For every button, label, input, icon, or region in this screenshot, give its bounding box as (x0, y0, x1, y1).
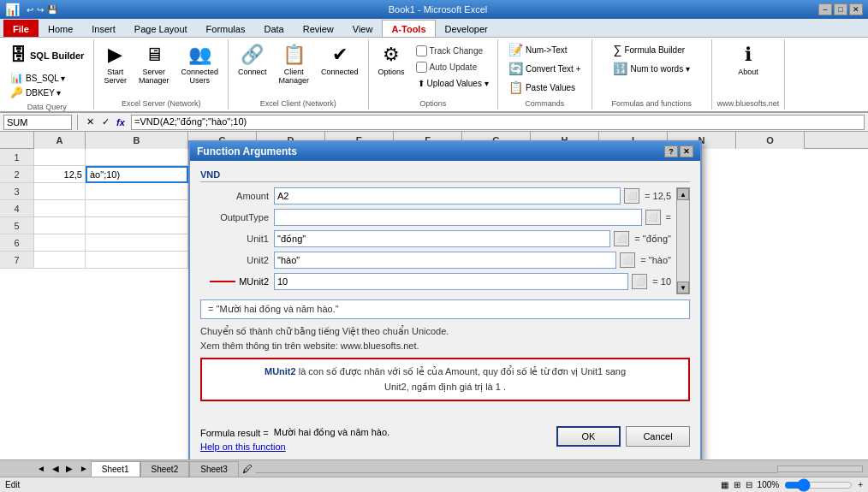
quick-access-undo[interactable]: ↩ (27, 5, 33, 15)
num-to-words-label: Num to words ▾ (630, 64, 689, 74)
close-button[interactable]: ✕ (849, 3, 863, 15)
ribbon-group-about: ℹ About www.bluesofts.net (712, 39, 786, 110)
track-change-input[interactable] (416, 45, 427, 56)
tab-insert[interactable]: Insert (82, 20, 125, 37)
num-to-words-button[interactable]: 🔢 Num to words ▾ (609, 60, 693, 77)
maximize-button[interactable]: □ (834, 3, 847, 15)
sheet-tab-next[interactable]: ► (77, 464, 91, 473)
connected-accounts-icon: ✔ (332, 44, 348, 66)
unit2-result: = "hào" (640, 255, 671, 265)
server-manager-button[interactable]: 🖥 ServerManager (134, 41, 174, 87)
fields-area: Amount ⬜ = 12,5 OutputType (200, 187, 690, 294)
scroll-controls (777, 465, 868, 472)
formula-confirm-button[interactable]: ✓ (98, 116, 112, 129)
highlight-strong: MUnit2 (265, 366, 296, 376)
sheet-tab-spacer (256, 472, 777, 473)
ok-button[interactable]: OK (556, 426, 621, 447)
connected-accounts-button[interactable]: ✔ Connected (317, 41, 363, 79)
tab-data[interactable]: Data (254, 20, 293, 37)
minimize-button[interactable]: – (818, 3, 832, 15)
sheet-tab-sheet2[interactable]: Sheet2 (140, 461, 190, 477)
name-box[interactable] (3, 115, 72, 130)
cancel-button[interactable]: Cancel (626, 426, 690, 447)
munit2-input-wrap: ⬜ (274, 273, 647, 290)
convert-text-button[interactable]: 🔄 Convert Text + (505, 60, 585, 77)
quick-access-redo[interactable]: ↪ (37, 5, 44, 15)
formula-input[interactable] (131, 115, 865, 130)
auto-update-checkbox[interactable]: Auto Update (414, 61, 492, 74)
auto-update-input[interactable] (416, 62, 427, 73)
computed-result-box: = "Mười hai đồng và năm hào." (200, 299, 690, 319)
tab-a-tools[interactable]: A-Tools (382, 20, 435, 37)
num-to-text-label: Num->Text (526, 45, 568, 55)
unit1-input[interactable] (274, 230, 610, 247)
munit2-ref-button[interactable]: ⬜ (632, 274, 647, 289)
connect-label: Connect (238, 68, 267, 76)
formulas-functions-content: ∑ Formula Builder 🔢 Num to words ▾ (609, 41, 693, 98)
sheet-tab-sheet3[interactable]: Sheet3 (189, 461, 239, 477)
dialog-help-button[interactable]: ? (664, 145, 678, 157)
help-link[interactable]: Help on this function (200, 442, 389, 452)
munit2-input[interactable] (274, 273, 628, 290)
sql-area: 📊 BS_SQL ▾ 🔑 DBKEY ▾ (5, 69, 70, 101)
zoom-slider[interactable] (784, 480, 853, 490)
tab-developer[interactable]: Developer (436, 20, 497, 37)
amount-input[interactable] (274, 187, 621, 205)
highlight-text: là con số được nhân với số lẻ của Amount… (299, 366, 626, 376)
amount-ref-button[interactable]: ⬜ (624, 188, 639, 204)
quick-access-save[interactable]: 💾 (47, 5, 57, 15)
sheet-tab-sheet1[interactable]: Sheet1 (91, 461, 140, 477)
num-to-text-button[interactable]: 📝 Num->Text (505, 41, 571, 58)
dialog-overlay: Function Arguments ? ✕ VND (0, 132, 868, 459)
connect-button[interactable]: 🔗 Connect (234, 41, 271, 79)
unit2-input[interactable] (274, 252, 616, 269)
dialog-title-text: Function Arguments (197, 145, 297, 157)
upload-values-button[interactable]: ⬆ Upload Values ▾ (414, 77, 492, 90)
scrollbar-track (677, 200, 689, 282)
paste-values-button[interactable]: 📋 Paste Values (505, 79, 579, 96)
dbkey-button[interactable]: 🔑 DBKEY ▾ (9, 86, 67, 99)
tab-home[interactable]: Home (39, 20, 82, 37)
options-icon: ⚙ (383, 44, 400, 66)
connected-users-button[interactable]: 👥 ConnectedUsers (176, 41, 223, 87)
client-manager-button[interactable]: 📋 ClientManager (275, 41, 314, 87)
output-type-ref-button[interactable]: ⬜ (645, 210, 661, 225)
sheet-tab-last[interactable]: ▶ (63, 464, 75, 473)
view-layout-icon[interactable]: ⊞ (734, 480, 740, 489)
tab-formulas[interactable]: Formulas (197, 20, 255, 37)
tab-review[interactable]: Review (294, 20, 343, 37)
function-group-name: VND (200, 169, 220, 180)
dialog-close-button[interactable]: ✕ (680, 145, 693, 157)
sheet-tab-prev[interactable]: ◄ (34, 464, 48, 473)
ribbon: 🗄 SQL Builder 📊 BS_SQL ▾ 🔑 DBKEY ▾ Data … (0, 38, 868, 113)
sql-builder-button[interactable]: 🗄 SQL Builder (5, 43, 88, 68)
tab-file[interactable]: File (3, 20, 39, 37)
track-change-checkbox[interactable]: Track Change (414, 44, 492, 57)
horizontal-scroll-track[interactable] (777, 465, 863, 472)
tab-page-layout[interactable]: Page Layout (125, 20, 197, 37)
num-to-words-icon: 🔢 (613, 62, 627, 75)
start-server-button[interactable]: ▶ StartServer (99, 41, 131, 87)
view-normal-icon[interactable]: ▦ (721, 480, 728, 489)
formula-cancel-button[interactable]: ✕ (83, 116, 97, 129)
tab-view[interactable]: View (343, 20, 383, 37)
output-type-input-wrap: ⬜ (274, 209, 661, 226)
sheet-tab-first[interactable]: ◀ (50, 464, 62, 473)
formula-builder-button[interactable]: ∑ Formula Builder (609, 41, 688, 58)
view-preview-icon[interactable]: ⊟ (746, 480, 752, 489)
sheet-area: A B C D E F G H I N O 1 2 (0, 132, 868, 459)
about-button[interactable]: ℹ About (733, 41, 764, 79)
add-sheet-button[interactable]: 🖊 (239, 463, 256, 475)
options-button[interactable]: ⚙ Options (374, 41, 409, 79)
bs-sql-button[interactable]: 📊 BS_SQL ▾ (9, 71, 67, 85)
scrollbar-up-button[interactable]: ▲ (677, 188, 689, 200)
fx-button[interactable]: fx (114, 116, 128, 129)
zoom-in-icon[interactable]: + (858, 480, 863, 489)
unit2-ref-button[interactable]: ⬜ (620, 252, 635, 268)
scrollbar-down-button[interactable]: ▼ (677, 282, 689, 293)
unit1-ref-button[interactable]: ⬜ (614, 231, 629, 246)
fields-list: Amount ⬜ = 12,5 OutputType (200, 187, 671, 294)
output-type-input[interactable] (274, 209, 642, 226)
function-arguments-dialog: Function Arguments ? ✕ VND (188, 140, 702, 459)
dialog-scrollbar[interactable]: ▲ ▼ (676, 187, 690, 294)
